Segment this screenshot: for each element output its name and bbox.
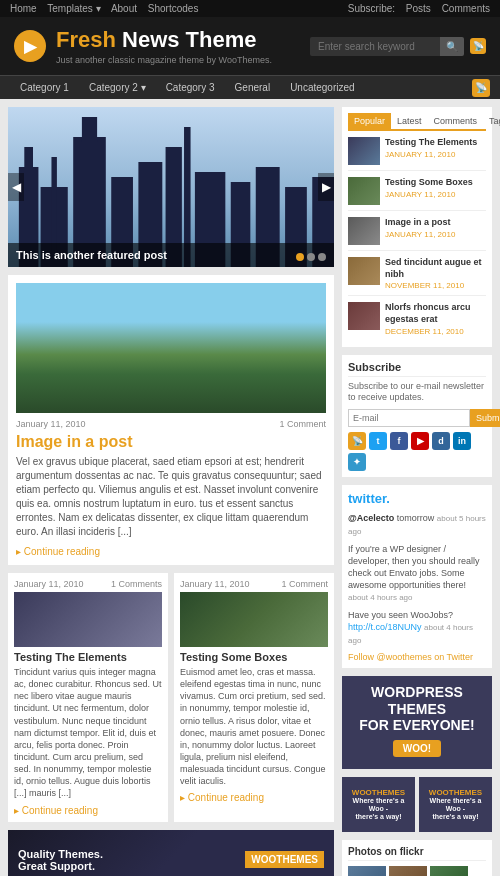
main-navigation: Category 1 Category 2 ▾ Category 3 Gener…: [0, 75, 500, 99]
sidebar-tabs: Popular Latest Comments Tags: [348, 113, 486, 131]
woo-line3: FOR EVERYONE!: [359, 717, 474, 733]
mini-ad-text-2: Where there's a: [430, 797, 482, 805]
follow-handle: @woothemes: [377, 652, 432, 662]
youtube-icon[interactable]: ▶: [411, 432, 429, 450]
top-nav-left: Home Templates ▾ About Shortcodes: [10, 3, 206, 14]
nav-rss-icon[interactable]: 📡: [472, 79, 490, 97]
facebook-icon[interactable]: f: [390, 432, 408, 450]
tweet-3: Have you seen WooJobs? http://t.co/18NUN…: [348, 609, 486, 647]
linkedin-icon[interactable]: in: [453, 432, 471, 450]
sidebar-post-date-0: JANUARY 11, 2010: [385, 150, 477, 159]
testing-boxes-readmore[interactable]: Continue reading: [180, 792, 264, 803]
logo-icon: ▶: [14, 30, 46, 62]
twitter-box: twitter. @Acelecto tomorrow about 5 hour…: [342, 485, 492, 668]
title-rest: News Theme: [116, 27, 257, 52]
mini-ads: WOOTHEMES Where there's a Woo - there's …: [342, 777, 492, 832]
flickr-photo-2[interactable]: [389, 866, 427, 876]
search-button[interactable]: 🔍: [440, 37, 464, 56]
mini-ad-2[interactable]: WOOTHEMES Where there's a Woo - there's …: [419, 777, 492, 832]
search-input[interactable]: [310, 37, 440, 56]
two-col-posts: January 11, 2010 1 Comments Testing The …: [8, 573, 334, 822]
nav-templates[interactable]: Templates ▾: [47, 3, 100, 14]
mini-ad-1[interactable]: WOOTHEMES Where there's a Woo - there's …: [342, 777, 415, 832]
testing-boxes-excerpt: Euismod amet leo, cras et massa. eleifen…: [180, 666, 328, 787]
flickr-grid: [348, 866, 486, 876]
tweet-time-2: about 4 hours ago: [348, 593, 413, 602]
testing-boxes-meta: January 11, 2010 1 Comment: [180, 579, 328, 589]
top-nav-right: Subscribe: Posts Comments: [348, 3, 490, 14]
tab-popular[interactable]: Popular: [348, 113, 391, 129]
logo-area: ▶ Fresh News Theme Just another classic …: [0, 17, 500, 75]
banner-image[interactable]: Quality Themes. Great Support. WOOTHEMES: [8, 830, 334, 876]
sidebar-post-info-2: Image in a post JANUARY 11, 2010: [385, 217, 455, 245]
image-post: January 11, 2010 1 Comment Image in a po…: [8, 275, 334, 565]
nav-category1[interactable]: Category 1: [10, 76, 79, 99]
submit-button[interactable]: Submit: [470, 409, 500, 427]
landscape-photo: [16, 283, 326, 413]
dot-3[interactable]: [318, 253, 326, 261]
nav-category3[interactable]: Category 3: [156, 76, 225, 99]
testing-elements-image: [14, 592, 162, 647]
tweet-link-3[interactable]: http://t.co/18NUNy: [348, 622, 422, 632]
testing-boxes-image: [180, 592, 328, 647]
rss-icon[interactable]: 📡: [348, 432, 366, 450]
woo-button[interactable]: WOO!: [393, 740, 441, 757]
follow-link[interactable]: Follow @woothemes on Twitter: [348, 652, 486, 662]
tweet-handle-1: @Acelecto: [348, 513, 394, 523]
subscribe-form: Submit: [348, 409, 486, 427]
nav-general[interactable]: General: [225, 76, 281, 99]
sidebar-post-title-3: Sed tincidunt augue et nibh: [385, 257, 486, 280]
nav-about[interactable]: About: [111, 3, 137, 14]
sidebar-post-date-1: JANUARY 11, 2010: [385, 190, 473, 199]
sidebar-post-title-1: Testing Some Boxes: [385, 177, 473, 189]
nav-shortcodes[interactable]: Shortcodes: [148, 3, 199, 14]
sidebar-post-info-0: Testing The Elements JANUARY 11, 2010: [385, 137, 477, 165]
dot-1[interactable]: [296, 253, 304, 261]
woo-ad[interactable]: WORDPRESS THEMES FOR EVERYONE! WOO!: [342, 676, 492, 769]
read-more-link[interactable]: Continue reading: [16, 546, 100, 557]
sidebar-post-4: Nlorfs rhoncus arcu egestas erat DECEMBE…: [348, 302, 486, 340]
tweet-2: If you're a WP designer / developer, the…: [348, 543, 486, 604]
dot-2[interactable]: [307, 253, 315, 261]
flickr-box: Photos on flickr: [342, 840, 492, 876]
twitter-icon[interactable]: t: [369, 432, 387, 450]
subscribe-posts[interactable]: Posts: [406, 3, 431, 14]
next-arrow[interactable]: ▶: [318, 173, 334, 201]
nav-uncategorized[interactable]: Uncategorized: [280, 76, 364, 99]
sidebar-post-img-4: [348, 302, 380, 330]
sidebar-post-date-4: DECEMBER 11, 2010: [385, 327, 486, 336]
digg-icon[interactable]: d: [432, 432, 450, 450]
flickr-title: Photos on flickr: [348, 846, 486, 861]
flickr-photo-1[interactable]: [348, 866, 386, 876]
site-tagline: Just another classic magazine theme by W…: [56, 55, 272, 65]
nav-home[interactable]: Home: [10, 3, 37, 14]
post-meta: January 11, 2010 1 Comment: [16, 419, 326, 429]
sidebar-post-date-2: JANUARY 11, 2010: [385, 230, 455, 239]
prev-arrow[interactable]: ◀: [8, 173, 24, 201]
banner-logo: WOOTHEMES: [245, 851, 324, 868]
mini-ad-text1c: there's a way!: [355, 813, 401, 821]
testing-elements-excerpt: Tincidunt varius quis integer magna ac, …: [14, 666, 162, 800]
sidebar-post-title-0: Testing The Elements: [385, 137, 477, 149]
nav-category2[interactable]: Category 2 ▾: [79, 76, 156, 99]
email-input[interactable]: [348, 409, 470, 427]
tab-latest[interactable]: Latest: [391, 113, 428, 129]
flickr-photo-3[interactable]: [430, 866, 468, 876]
tab-tags[interactable]: Tags: [483, 113, 500, 129]
post-date: January 11, 2010: [16, 419, 86, 429]
sidebar-posts-box: Popular Latest Comments Tags Testing The…: [342, 107, 492, 347]
sidebar-post-img-1: [348, 177, 380, 205]
header-rss-icon[interactable]: 📡: [470, 38, 486, 54]
post-title: Image in a post: [16, 433, 326, 451]
testing-elements-post: January 11, 2010 1 Comments Testing The …: [8, 573, 168, 822]
image-post-image: [16, 283, 326, 413]
delicious-icon[interactable]: ✦: [348, 453, 366, 471]
testing-elements-title: Testing The Elements: [14, 651, 162, 663]
post-comments: 1 Comment: [279, 419, 326, 429]
woo-banner: Quality Themes. Great Support. WOOTHEMES: [8, 830, 334, 876]
tweet-action-1: tomorrow: [397, 513, 435, 523]
testing-elements-readmore[interactable]: Continue reading: [14, 805, 98, 816]
tab-comments[interactable]: Comments: [428, 113, 484, 129]
banner-line2: Great Support.: [18, 860, 103, 872]
subscribe-comments[interactable]: Comments: [442, 3, 490, 14]
